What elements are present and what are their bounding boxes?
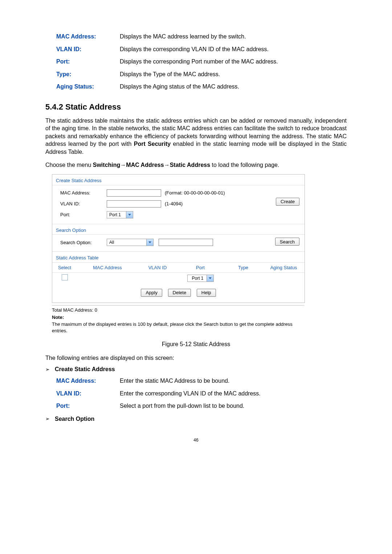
bullet-create-static: ➢ Create Static Address [45, 365, 347, 373]
def-row: VLAN ID: Displays the corresponding VLAN… [56, 45, 347, 53]
col-mac: MAC Address [77, 263, 138, 273]
cell-mac [77, 273, 138, 284]
panel-body-create: MAC Address: (Format: 00-00-00-00-00-01)… [52, 185, 305, 224]
def-term: VLAN ID: [56, 45, 120, 53]
col-port: Port [177, 263, 224, 273]
panel-title-search: Search Option [52, 224, 305, 235]
port-select-value: Port 1 [109, 212, 125, 218]
vlan-range-hint: (1-4094) [165, 201, 183, 207]
def-term: Aging Status: [56, 83, 120, 91]
def-row: Aging Status: Displays the Aging status … [56, 83, 347, 91]
arrow-icon: → [164, 162, 170, 168]
apply-button[interactable]: Apply [141, 289, 162, 297]
col-aging: Aging Status [263, 263, 305, 273]
bullet-label: Create Static Address [55, 365, 115, 373]
def-desc: Displays the corresponding VLAN ID of th… [120, 45, 347, 53]
figure-footer: Total MAC Address: 0 Note: The maximum o… [52, 305, 304, 334]
note-body: The maximum of the displayed entries is … [52, 321, 304, 334]
def-row: MAC Address: Displays the MAC address le… [56, 33, 347, 41]
total-mac-line: Total MAC Address: 0 [52, 307, 304, 313]
static-address-table: Select MAC Address VLAN ID Port Type Agi… [52, 263, 305, 284]
col-select: Select [52, 263, 77, 273]
port-label: Port: [60, 212, 107, 218]
intro-paragraph-2: Choose the menu Switching→MAC Address→St… [45, 161, 347, 169]
col-type: Type [224, 263, 263, 273]
triangle-bullet-icon: ➢ [45, 366, 55, 373]
def-term: Port: [56, 58, 120, 66]
chevron-down-icon [207, 275, 213, 282]
text-bold: Port Security [134, 141, 171, 147]
delete-button[interactable]: Delete [168, 289, 191, 297]
cell-aging [263, 273, 305, 284]
vlan-id-label: VLAN ID: [60, 201, 107, 207]
mac-address-label: MAC Address: [60, 190, 107, 196]
def-desc: Displays the Aging status of the MAC add… [120, 83, 347, 91]
def-row: Port: Displays the corresponding Port nu… [56, 58, 347, 66]
triangle-bullet-icon: ➢ [45, 415, 55, 422]
cell-type [224, 273, 263, 284]
search-option-value: All [109, 239, 146, 245]
port-select[interactable]: Port 1 [107, 211, 133, 218]
page-number: 46 [45, 437, 347, 443]
def-desc: Displays the Type of the MAC address. [120, 70, 347, 78]
create-button[interactable]: Create [276, 198, 299, 206]
def-row: VLAN ID: Enter the corresponding VLAN ID… [56, 390, 347, 398]
def-desc: Enter the static MAC Address to be bound… [120, 377, 347, 385]
def-desc: Enter the corresponding VLAN ID of the M… [120, 390, 347, 398]
search-option-select[interactable]: All [107, 239, 154, 246]
note-heading: Note: [52, 314, 304, 321]
search-value-input[interactable] [159, 239, 213, 246]
panel-title-create: Create Static Address [52, 175, 305, 185]
chevron-down-icon [146, 239, 153, 246]
mac-address-input[interactable] [107, 189, 161, 197]
text-bold: Static Address [170, 162, 210, 168]
def-desc: Displays the MAC address learned by the … [120, 33, 347, 41]
figure-caption: Figure 5-12 Static Address [45, 340, 347, 348]
text: to load the following page. [210, 162, 279, 168]
text-bold: Switching [93, 162, 121, 168]
text: Choose the menu [45, 162, 93, 168]
def-desc: Select a port from the pull-down list to… [120, 402, 347, 410]
row-select-checkbox[interactable] [62, 274, 68, 280]
def-row: Port: Select a port from the pull-down l… [56, 402, 347, 410]
help-button[interactable]: Help [197, 289, 216, 297]
def-term: MAC Address: [56, 377, 120, 385]
section-heading: 5.4.2 Static Address [45, 102, 347, 112]
def-desc: Displays the corresponding Port number o… [120, 58, 347, 66]
def-row: Type: Displays the Type of the MAC addre… [56, 70, 347, 78]
def-term: MAC Address: [56, 33, 120, 41]
def-term: Port: [56, 402, 120, 410]
def-term: Type: [56, 70, 120, 78]
col-vlan: VLAN ID [138, 263, 177, 273]
row-port-value: Port 1 [190, 275, 206, 281]
cell-vlan [138, 273, 177, 284]
panel-title-table: Static Address Table [52, 251, 305, 263]
mac-format-hint: (Format: 00-00-00-00-00-01) [165, 190, 225, 196]
def-row: MAC Address: Enter the static MAC Addres… [56, 377, 347, 385]
chevron-down-icon [126, 212, 133, 218]
definition-list-create: MAC Address: Enter the static MAC Addres… [56, 377, 347, 410]
search-button[interactable]: Search [275, 238, 299, 246]
table-row: Port 1 [52, 273, 305, 284]
definition-list-top: MAC Address: Displays the MAC address le… [56, 33, 347, 91]
panel-body-search: Search Option: All Search [52, 235, 305, 251]
action-button-row: Apply Delete Help [52, 284, 305, 303]
def-term: VLAN ID: [56, 390, 120, 398]
intro-paragraph-1: The static address table maintains the s… [45, 117, 347, 156]
arrow-icon: → [120, 162, 126, 168]
bullet-label: Search Option [55, 415, 94, 423]
text-bold: MAC Address [126, 162, 164, 168]
row-port-select[interactable]: Port 1 [187, 275, 214, 282]
bullet-search-option: ➢ Search Option [45, 415, 347, 423]
ui-figure: Create Static Address MAC Address: (Form… [52, 174, 305, 303]
screen-entries-lead: The following entries are displayed on t… [45, 354, 347, 362]
vlan-id-input[interactable] [107, 200, 161, 208]
search-option-label: Search Option: [60, 239, 107, 246]
